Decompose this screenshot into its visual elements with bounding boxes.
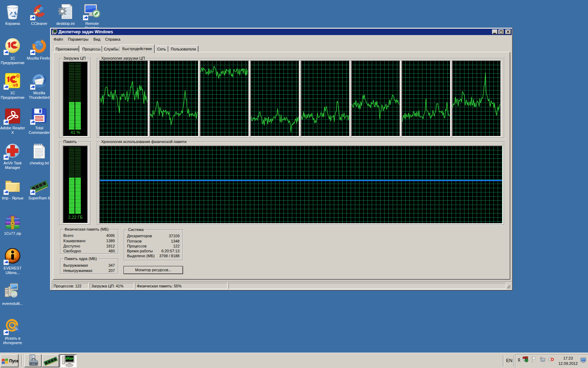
svg-text:v8: v8	[13, 82, 18, 88]
svg-text:R: R	[17, 75, 19, 78]
